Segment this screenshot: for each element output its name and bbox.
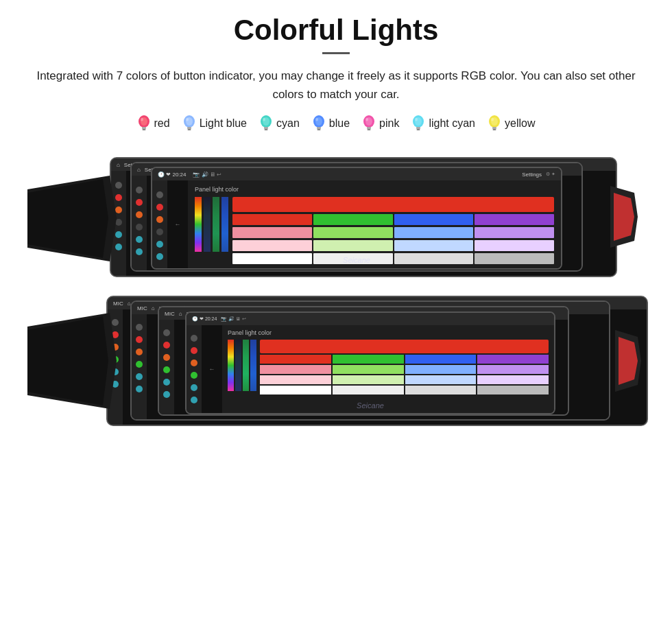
color-item-lightcyan: light cyan: [411, 115, 475, 132]
color-indicator-row: red Light blue cyan: [27, 115, 645, 132]
svg-point-9: [186, 118, 189, 121]
svg-rect-27: [416, 127, 420, 129]
svg-point-19: [315, 118, 318, 121]
svg-rect-32: [492, 127, 496, 129]
color-label-pink: pink: [379, 117, 399, 130]
page-description: Integrated with 7 colors of button indic…: [27, 67, 645, 104]
color-label-blue: blue: [329, 117, 350, 130]
color-label-yellow: yellow: [505, 117, 535, 130]
svg-rect-3: [142, 129, 145, 130]
svg-rect-7: [187, 127, 191, 129]
svg-marker-40: [27, 316, 108, 405]
title-divider: [322, 52, 350, 54]
svg-marker-36: [27, 179, 108, 258]
svg-point-29: [415, 118, 418, 121]
color-label-cyan: cyan: [276, 117, 300, 130]
top-right-marker: [610, 186, 638, 248]
panel-light-label: Panel light color: [195, 186, 554, 193]
lightblue-bulb-icon: [182, 115, 196, 132]
top-ribbon: [27, 176, 117, 261]
red-bulb-icon: [137, 115, 151, 132]
yellow-bulb-icon: [488, 115, 501, 132]
svg-point-4: [141, 118, 143, 121]
color-label-lightcyan: light cyan: [429, 117, 475, 130]
page-title: Colorful Lights: [27, 14, 645, 47]
device-front-2: 🕐 ❤ 20:24 📷 🔊 🖥 ↩ ←: [185, 311, 555, 414]
pink-bulb-icon: [362, 115, 376, 132]
bottom-ribbon: [27, 313, 117, 409]
panel-light-label-2: Panel light color: [228, 329, 549, 336]
color-item-yellow: yellow: [488, 115, 535, 132]
svg-rect-18: [317, 129, 320, 130]
device-front-1: 🕐 ❤ 20:24 📷 🔊 🖥 ↩ Settings ⚙ ✦: [151, 167, 562, 270]
svg-point-24: [365, 118, 368, 121]
color-item-pink: pink: [362, 115, 399, 132]
color-item-blue: blue: [312, 115, 350, 132]
bottom-right-marker: [615, 330, 641, 392]
lightcyan-bulb-icon: [411, 115, 425, 132]
svg-rect-33: [493, 129, 496, 130]
svg-rect-2: [142, 127, 146, 129]
color-label-red: red: [154, 117, 170, 130]
svg-rect-23: [368, 129, 371, 130]
blue-bulb-icon: [312, 115, 326, 132]
color-item-cyan: cyan: [259, 115, 300, 132]
svg-rect-17: [317, 127, 321, 129]
svg-point-34: [491, 118, 494, 121]
svg-rect-13: [265, 129, 268, 130]
bottom-device-section: MIC ⌂ Settings ⚙ ✦ ←: [27, 292, 645, 433]
svg-rect-28: [417, 129, 420, 130]
svg-rect-22: [367, 127, 371, 129]
svg-rect-8: [187, 129, 191, 130]
svg-point-14: [263, 118, 265, 121]
color-item-lightblue: Light blue: [182, 115, 247, 132]
svg-rect-12: [264, 127, 268, 129]
color-item-red: red: [137, 115, 170, 132]
top-device-section: ⌂ Settings ⚙ ✦ ←: [27, 152, 645, 285]
color-label-lightblue: Light blue: [200, 117, 247, 130]
cyan-bulb-icon: [259, 115, 273, 132]
